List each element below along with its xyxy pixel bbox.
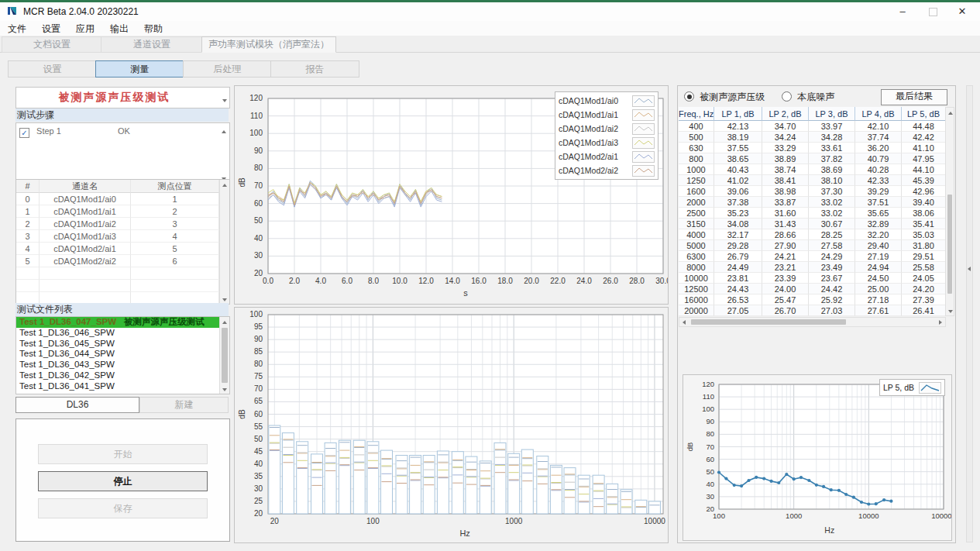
svg-text:20.0: 20.0 — [524, 277, 539, 285]
file-list-scrollbar[interactable] — [219, 317, 229, 394]
table-row[interactable] — [16, 280, 229, 292]
list-item[interactable]: Test 1_DL36_046_SPW — [16, 328, 229, 339]
close-button[interactable]: ✕ — [951, 4, 974, 19]
table-row[interactable]: 4cDAQ1Mod2/ai15 — [16, 243, 229, 255]
table-cell: 16000 — [679, 294, 714, 305]
table-row[interactable]: 0cDAQ1Mod1/ai01 — [16, 193, 229, 205]
svg-text:Hz: Hz — [459, 529, 469, 538]
table-row[interactable]: 50038.1934.2434.2837.7442.42 — [679, 132, 946, 143]
menu-item[interactable]: 设置 — [34, 21, 68, 37]
table-cell: 1 — [131, 193, 219, 205]
table-row[interactable]: 5cDAQ1Mod2/ai26 — [16, 255, 229, 267]
sub-tab[interactable]: 后处理 — [183, 60, 272, 77]
scroll-right-icon[interactable] — [936, 318, 945, 327]
band-bar-chart: 2025303540455055606570758085909510020100… — [235, 308, 668, 545]
table-row[interactable]: 1cDAQ1Mod1/ai12 — [16, 205, 229, 218]
scroll-down-icon[interactable] — [220, 172, 228, 178]
main-tab[interactable]: 声功率测试模块（消声室法） — [201, 36, 336, 53]
table-vscrollbar[interactable] — [945, 107, 954, 316]
table-cell: 3150 — [679, 219, 714, 229]
table-row[interactable]: 500029.2827.9027.5829.4031.80 — [679, 240, 946, 251]
table-row[interactable]: 40042.1334.7033.9742.1044.48 — [679, 121, 946, 132]
table-row[interactable]: 80038.6538.8937.8240.7947.95 — [679, 153, 946, 164]
scroll-up-icon[interactable] — [220, 180, 229, 189]
table-row[interactable]: 125041.0238.4138.1042.3345.39 — [679, 175, 946, 186]
table-row[interactable]: 2000027.0526.7027.0327.6126.41 — [679, 305, 946, 316]
table-cell: 25.58 — [902, 262, 946, 273]
table-row[interactable]: 1250024.4324.0024.4225.0024.20 — [679, 284, 946, 294]
radio-background-noise[interactable]: 本底噪声 — [782, 91, 834, 104]
table-row[interactable]: 800024.4923.2123.4924.9425.58 — [679, 262, 946, 273]
stop-button[interactable]: 停止 — [38, 471, 208, 491]
step-item[interactable]: ✓ Step 1 OK — [19, 126, 130, 138]
table-cell: 38.98 — [762, 186, 809, 197]
table-row[interactable]: 63037.5533.2933.6136.2041.10 — [679, 143, 946, 153]
table-cell: 37.74 — [855, 132, 902, 143]
new-button[interactable]: 新建 — [139, 397, 229, 413]
vscroll-thumb[interactable] — [222, 328, 228, 383]
legend-line-icon — [919, 382, 941, 394]
list-item[interactable]: Test 1_DL36_042_SPW — [16, 370, 229, 381]
minimize-button[interactable]: – — [891, 4, 914, 19]
channel-table-scrollbar[interactable] — [219, 180, 229, 304]
table-row[interactable]: 160039.0638.9837.3039.2942.96 — [679, 186, 946, 197]
step-checkbox[interactable]: ✓ — [19, 128, 29, 138]
table-cell: 10000 — [679, 273, 714, 284]
legend-item: cDAQ1Mod1/ai1 — [559, 108, 655, 122]
test-type-dropdown[interactable]: 被测声源声压级测试 — [15, 87, 230, 108]
table-cell: cDAQ1Mod2/ai1 — [40, 243, 131, 255]
save-button[interactable]: 保存 — [38, 498, 208, 518]
list-item[interactable]: Test 1_DL36_043_SPW — [16, 360, 229, 370]
scroll-left-icon[interactable] — [679, 318, 689, 327]
svg-text:85: 85 — [254, 347, 263, 356]
svg-text:25: 25 — [254, 497, 263, 505]
main-tab[interactable]: 通道设置 — [101, 36, 203, 53]
maximize-button[interactable] — [921, 4, 944, 19]
menu-item[interactable]: 文件 — [0, 21, 34, 37]
list-item[interactable]: Test 1_DL36_044_SPW — [16, 349, 229, 360]
menu-item[interactable]: 应用 — [68, 21, 102, 37]
scroll-up-icon[interactable] — [946, 108, 955, 117]
table-row[interactable] — [16, 267, 229, 280]
table-cell: 24.29 — [809, 251, 855, 262]
final-result-button[interactable]: 最后结果 — [881, 89, 947, 105]
vscroll-thumb[interactable] — [947, 195, 952, 294]
sub-tab[interactable]: 设置 — [8, 60, 97, 77]
main-tab[interactable]: 文档设置 — [2, 36, 102, 53]
table-row[interactable]: 315034.0831.4330.6732.8935.41 — [679, 219, 946, 229]
table-row[interactable]: 1000023.8123.3923.6724.5024.05 — [679, 273, 946, 284]
hscroll-thumb[interactable] — [691, 319, 846, 325]
column-header: LP 3, dB — [809, 107, 855, 121]
table-hscrollbar[interactable] — [679, 317, 946, 327]
table-cell: 12500 — [679, 284, 714, 294]
svg-text:45: 45 — [254, 447, 263, 456]
table-cell: 38.41 — [762, 175, 809, 186]
table-row[interactable]: 630026.7924.2124.2927.1929.51 — [679, 251, 946, 262]
svg-text:50: 50 — [254, 435, 263, 443]
table-cell: 35.65 — [855, 208, 902, 219]
table-row[interactable]: 400032.1728.6628.2532.2035.03 — [679, 229, 946, 240]
table-row[interactable]: 100040.4338.7438.6940.2844.10 — [679, 164, 946, 175]
table-row[interactable]: 250035.2331.6033.0235.6538.06 — [679, 208, 946, 219]
dl36-button[interactable]: DL36 — [15, 397, 139, 413]
table-row[interactable]: 3cDAQ1Mod1/ai34 — [16, 230, 229, 243]
panel-splitter[interactable] — [966, 85, 973, 542]
list-item[interactable]: Test 1_DL36_041_SPW — [16, 381, 229, 392]
scroll-up-icon[interactable] — [220, 125, 228, 131]
scroll-down-icon[interactable] — [220, 384, 229, 394]
table-row[interactable]: 200037.3833.8733.0237.5139.40 — [679, 197, 946, 208]
list-item[interactable]: Test 1_DL36_045_SPW — [16, 339, 229, 350]
menu-item[interactable]: 帮助 — [136, 21, 170, 37]
radio-source-level[interactable]: 被测声源声压级 — [684, 91, 765, 104]
menu-item[interactable]: 输出 — [102, 21, 136, 37]
sub-tab[interactable]: 测量 — [95, 60, 184, 77]
table-cell: 41.10 — [902, 143, 946, 153]
table-row[interactable]: 2cDAQ1Mod1/ai23 — [16, 218, 229, 230]
scroll-up-icon[interactable] — [220, 317, 229, 326]
sub-tab[interactable]: 报告 — [270, 60, 359, 77]
list-item-selected[interactable]: Test 1_DL36_047_SPW被测声源声压级测试 — [16, 317, 229, 328]
table-cell — [16, 267, 40, 280]
start-button[interactable]: 开始 — [38, 444, 208, 464]
scroll-down-icon[interactable] — [946, 306, 955, 315]
table-row[interactable]: 1600026.5325.4725.9227.1827.39 — [679, 294, 946, 305]
